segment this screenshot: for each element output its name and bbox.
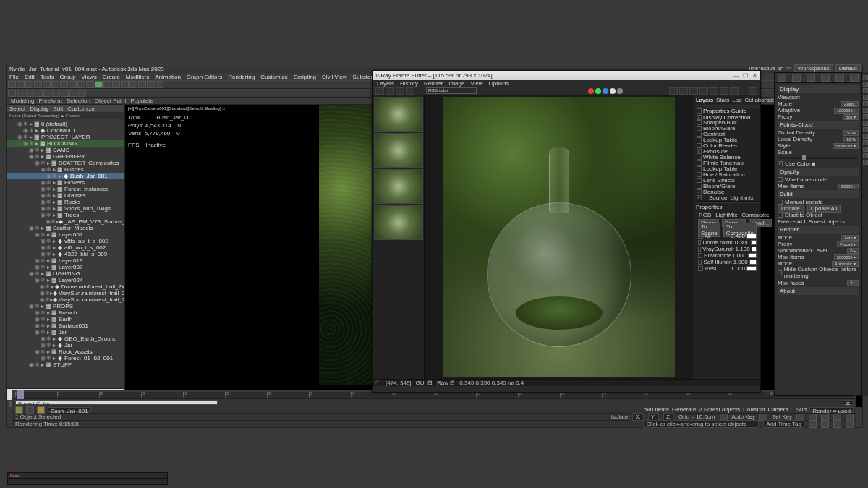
menu-create[interactable]: Create bbox=[103, 74, 120, 80]
object-row[interactable]: ◉❄▸◆_AP_PM_V78_Sorbus_japonica_01_03 bbox=[7, 218, 124, 225]
visibility-icon[interactable]: ◉ bbox=[34, 257, 40, 264]
tab-utilities-icon[interactable] bbox=[850, 74, 859, 82]
vfb-settings-icon[interactable] bbox=[730, 87, 739, 95]
freeze-icon[interactable]: ❄ bbox=[40, 322, 46, 329]
visibility-icon[interactable]: ◉ bbox=[17, 134, 22, 140]
visibility-icon[interactable]: ◉ bbox=[40, 342, 46, 348]
freeze-icon[interactable]: ❄ bbox=[46, 342, 51, 348]
vfb-maximize-icon[interactable]: ☐ bbox=[743, 72, 748, 79]
layer-row[interactable]: ◉❄▸▦Jar bbox=[7, 329, 124, 335]
layer-row[interactable]: ◉❄▸▦STUFF bbox=[7, 361, 124, 368]
expand-icon[interactable]: ▸ bbox=[51, 186, 57, 192]
vfb-layer-item[interactable]: Source: Light mix bbox=[696, 194, 759, 200]
goto-end-button[interactable] bbox=[846, 414, 854, 421]
forest-icon-3[interactable] bbox=[37, 406, 45, 414]
object-row[interactable]: ◉❄▸◆Dome.rainforest_trail_2k bbox=[7, 283, 124, 290]
layer-button[interactable] bbox=[121, 81, 129, 88]
vfb-menu-view[interactable]: View bbox=[470, 80, 482, 87]
setkey-button[interactable] bbox=[760, 414, 767, 421]
vray-render-icon[interactable] bbox=[78, 90, 86, 97]
vp-tool-icon[interactable] bbox=[863, 140, 868, 145]
freeze-icon[interactable]: ❄ bbox=[40, 316, 46, 322]
vp-tool-icon[interactable] bbox=[863, 95, 868, 100]
vp-tool-icon[interactable] bbox=[863, 134, 868, 139]
layer-enable-checkbox[interactable] bbox=[697, 155, 702, 160]
layer-enable-checkbox[interactable] bbox=[697, 166, 702, 171]
ribbon-toggle[interactable] bbox=[35, 90, 43, 97]
max-items-spinner[interactable]: 50000 ▸ bbox=[838, 184, 859, 189]
vfb-prop-tab-composite[interactable]: Composite bbox=[741, 212, 769, 218]
freeze-icon[interactable]: ❄ bbox=[45, 296, 50, 303]
visibility-icon[interactable]: ◉ bbox=[34, 316, 40, 322]
freeze-icon[interactable]: ❄ bbox=[45, 290, 50, 296]
freeze-icon[interactable]: ❄ bbox=[40, 277, 46, 283]
freeze-icon[interactable]: ❄ bbox=[34, 147, 40, 153]
freeze-icon[interactable]: ❄ bbox=[46, 251, 51, 257]
freeze-icon[interactable]: ❄ bbox=[28, 127, 34, 134]
autokey-label[interactable]: Auto Key bbox=[732, 414, 755, 420]
expand-icon[interactable]: ▸ bbox=[51, 342, 57, 348]
lightmix-value[interactable]: 0.300 bbox=[735, 239, 749, 246]
freeze-icon[interactable]: ❄ bbox=[46, 199, 51, 205]
visibility-icon[interactable]: ◉ bbox=[40, 199, 46, 205]
lightmix-row[interactable]: Self Illumination1.000 bbox=[696, 259, 759, 265]
expand-icon[interactable]: ▸ bbox=[28, 134, 34, 140]
layer-row[interactable]: ◉❄▸▦CAMS bbox=[7, 147, 124, 153]
freeze-icon[interactable]: ❄ bbox=[34, 225, 40, 231]
vp-tool-icon[interactable] bbox=[863, 147, 868, 152]
freeze-icon[interactable]: ❄ bbox=[40, 348, 46, 355]
expand-icon[interactable]: ▸ bbox=[57, 173, 63, 179]
nav-zoom-icon[interactable] bbox=[833, 421, 841, 428]
nav-pan-icon[interactable] bbox=[809, 421, 817, 428]
object-row[interactable]: ◉❄▸◆4322_bld_s_009 bbox=[7, 251, 124, 257]
expand-icon[interactable]: ▸ bbox=[46, 309, 51, 316]
forest-icon-2[interactable] bbox=[26, 406, 34, 414]
menu-graph-editors[interactable]: Graph Editors bbox=[187, 74, 222, 80]
layer-row[interactable]: ◉❄▸▦Earth bbox=[7, 316, 124, 322]
expand-icon[interactable]: ▸ bbox=[28, 121, 34, 127]
object-row[interactable]: ◉❄▸◆Corona001 bbox=[7, 127, 124, 134]
layer-row[interactable]: ◉❄▸▦LIGHTING bbox=[7, 270, 124, 277]
freeze-icon[interactable]: ❄ bbox=[34, 303, 40, 309]
pointscloud-value[interactable]: 50 % bbox=[843, 130, 859, 136]
render-value[interactable]: Auto ▾ bbox=[841, 235, 859, 241]
vfb-stop-icon[interactable] bbox=[710, 87, 718, 95]
lightmix-color-swatch[interactable] bbox=[752, 247, 757, 252]
layer-row[interactable]: ◉❄▸▦Forest_Instances bbox=[7, 186, 124, 192]
use-color-checkbox[interactable] bbox=[778, 161, 783, 166]
vfb-clear-icon[interactable] bbox=[396, 87, 404, 95]
workspace-label[interactable]: Workspaces bbox=[794, 64, 833, 72]
angle-snap-toggle[interactable] bbox=[86, 81, 94, 88]
freeze-icon[interactable]: ❄ bbox=[40, 329, 46, 335]
lightmix-color-swatch[interactable] bbox=[746, 234, 757, 239]
vp-tool-icon[interactable] bbox=[863, 114, 868, 119]
lightmix-color-swatch[interactable] bbox=[751, 240, 757, 245]
lightmix-enable-checkbox[interactable] bbox=[698, 234, 703, 239]
menu-customize[interactable]: Customize bbox=[260, 74, 288, 80]
menu-group[interactable]: Group bbox=[59, 74, 75, 80]
expand-icon[interactable]: ▸ bbox=[46, 329, 51, 335]
vfb-save-icon[interactable] bbox=[375, 87, 384, 95]
lightmix-value[interactable]: 1.000 bbox=[732, 252, 746, 259]
vfb-copy-icon[interactable] bbox=[406, 87, 414, 95]
scale-button[interactable] bbox=[69, 81, 77, 88]
menu-edit[interactable]: Edit bbox=[25, 74, 35, 80]
object-row[interactable]: ◉❄▸◆afft_ao_t_s_002 bbox=[7, 244, 124, 251]
vfb-blue-toggle[interactable] bbox=[603, 88, 608, 94]
object-row[interactable]: ◉❄▸◆VraySun.rainforest_trail_2k bbox=[7, 290, 124, 296]
play-button[interactable] bbox=[796, 414, 804, 421]
display-value[interactable]: Adapt. bbox=[841, 101, 859, 107]
select-button[interactable] bbox=[43, 81, 51, 88]
setkey-label[interactable]: Set Key bbox=[772, 414, 792, 420]
freeze-icon[interactable]: ❄ bbox=[40, 264, 46, 270]
freeze-icon[interactable]: ❄ bbox=[46, 355, 51, 361]
manual-update-checkbox[interactable] bbox=[778, 200, 783, 205]
vfb-link-pdplayer-icon[interactable] bbox=[689, 87, 698, 95]
vfb-red-toggle[interactable] bbox=[588, 88, 594, 94]
freeze-icon[interactable]: ❄ bbox=[34, 270, 40, 277]
freeze-icon[interactable]: ❄ bbox=[34, 361, 40, 368]
vfb-menu-history[interactable]: History bbox=[400, 80, 418, 87]
lightmix-enable-checkbox[interactable] bbox=[698, 240, 701, 245]
layer-row[interactable]: ◉❄▸▦Flowers bbox=[7, 179, 124, 186]
goto-start-button[interactable] bbox=[809, 414, 817, 421]
